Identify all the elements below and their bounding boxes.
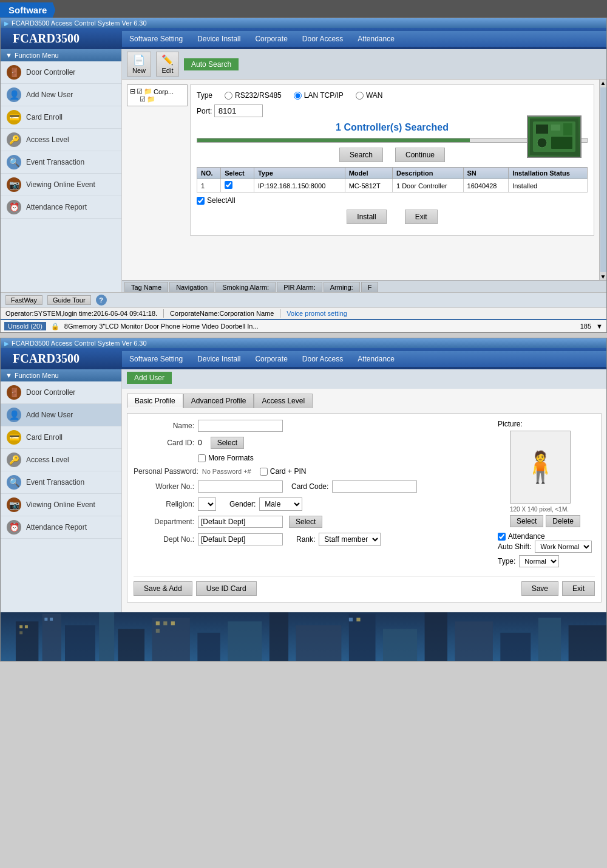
more-formats-checkbox-label[interactable]: More Formats (198, 454, 254, 462)
dept-select-button[interactable]: Select (289, 516, 322, 528)
card-pin-checkbox[interactable] (260, 468, 268, 476)
scroll-thumb[interactable] (600, 87, 606, 272)
lan-radio-label[interactable]: LAN TCP/IP (294, 91, 344, 100)
sidebar2-item-event-transaction[interactable]: 🔍 Event Transaction (1, 471, 121, 494)
lan-label: LAN TCP/IP (304, 91, 344, 100)
tab-navigation[interactable]: Navigation (169, 282, 214, 292)
scroll-down[interactable]: ▼ (600, 273, 606, 280)
dept-no-input[interactable] (198, 533, 283, 545)
exit-form-button[interactable]: Exit (562, 581, 595, 596)
nav-corporate[interactable]: Corporate (248, 31, 294, 47)
sidebar-item-add-new-user[interactable]: 👤 Add New User (1, 84, 121, 106)
nav2-device-install[interactable]: Device Install (190, 351, 248, 367)
sidebar-item-viewing-online-event[interactable]: 📷 Viewing Online Event (1, 174, 121, 196)
scrollbar-vertical[interactable]: ▲ ▼ (599, 80, 606, 280)
svg-rect-34 (349, 618, 353, 621)
window1-titlebar: ▶ FCARD3500 Access Control System Ver 6.… (1, 18, 606, 28)
rs232-radio[interactable] (225, 92, 232, 100)
svg-rect-35 (356, 618, 360, 621)
tab-pir-alarm[interactable]: PIR Alarm: (277, 282, 322, 292)
picture-size-label: 120 X 140 pixel, <1M. (510, 506, 595, 513)
checkbox-corp[interactable]: ☑ (137, 87, 143, 95)
fastway-button[interactable]: FastWay (5, 295, 42, 305)
edit-button[interactable]: ✏️ Edit (156, 52, 179, 77)
ebay-scroll-arrow[interactable]: ▼ (596, 323, 603, 330)
guide-tour-button[interactable]: Guide Tour (47, 295, 91, 305)
sidebar-item-access-level[interactable]: 🔑 Access Level (1, 129, 121, 151)
save-add-button[interactable]: Save & Add (134, 581, 192, 596)
card-pin-label[interactable]: Card + PIN (260, 467, 307, 476)
nav2-door-access[interactable]: Door Access (295, 351, 350, 367)
nav2-attendance[interactable]: Attendance (350, 351, 402, 367)
sidebar2-item-access-level[interactable]: 🔑 Access Level (1, 449, 121, 471)
save-button[interactable]: Save (521, 581, 558, 596)
tab-access-level[interactable]: Access Level (254, 394, 313, 408)
tab-more[interactable]: F (361, 282, 379, 292)
help-button[interactable]: ? (96, 295, 107, 306)
card-code-input[interactable] (332, 480, 417, 493)
sidebar2-item-viewing-online-event[interactable]: 📷 Viewing Online Event (1, 494, 121, 516)
religion-select[interactable] (198, 497, 216, 511)
pcb-image (527, 115, 582, 158)
tab-tag-name[interactable]: Tag Name (124, 282, 168, 292)
nav-door-access[interactable]: Door Access (295, 31, 350, 47)
sidebar-item-card-enroll[interactable]: 💳 Card Enroll (1, 106, 121, 129)
card-id-select-button[interactable]: Select (211, 437, 244, 449)
wan-radio-label[interactable]: WAN (356, 91, 383, 100)
scroll-up[interactable]: ▲ (600, 80, 606, 86)
checkbox-sub[interactable]: ☑ (140, 95, 146, 103)
department-input[interactable] (198, 516, 283, 528)
type-select[interactable]: Normal (519, 555, 559, 567)
tab-advanced-profile[interactable]: Advanced Profile (183, 394, 254, 408)
add-user-tab[interactable]: Add User (127, 372, 172, 384)
use-id-card-button[interactable]: Use ID Card (196, 581, 257, 596)
install-button[interactable]: Install (347, 210, 386, 224)
more-formats-checkbox[interactable] (198, 454, 206, 462)
auto-search-tab[interactable]: Auto Search (184, 58, 239, 70)
attendance-checkbox-label[interactable]: Attendance (498, 532, 595, 541)
auto-shift-select[interactable]: Work Normal (535, 541, 592, 553)
sidebar-item-attendance-report[interactable]: ⏰ Attendance Report (1, 196, 121, 219)
rs232-radio-label[interactable]: RS232/RS485 (225, 91, 282, 100)
select-picture-button[interactable]: Select (510, 515, 543, 527)
tree-item-corp[interactable]: ⊟ ☑ 📁 Corp... (130, 87, 185, 95)
cell-select[interactable] (221, 179, 254, 193)
delete-picture-button[interactable]: Delete (546, 515, 580, 527)
attendance-checkbox[interactable] (498, 533, 506, 541)
tree-item-sub[interactable]: ☑ 📁 (140, 95, 185, 103)
sidebar2-item-attendance-report[interactable]: ⏰ Attendance Report (1, 516, 121, 539)
name-input[interactable] (198, 420, 283, 432)
search-button[interactable]: Search (339, 148, 383, 162)
select-all-checkbox[interactable] (197, 197, 205, 205)
tab-smoking-alarm[interactable]: Smoking Alarm: (215, 282, 276, 292)
sidebar2-item-card-enroll[interactable]: 💳 Card Enroll (1, 426, 121, 449)
tab-arming[interactable]: Arming: (324, 282, 360, 292)
worker-no-input[interactable] (198, 480, 283, 493)
ebay-tag[interactable]: Unsold (20) (4, 322, 46, 330)
nav-software-setting[interactable]: Software Setting (122, 31, 190, 47)
window1-toolbar: 📄 New ✏️ Edit Auto Search (122, 49, 606, 80)
sidebar-item-door-controller[interactable]: 🚪 Door Controller (1, 61, 121, 84)
door-controller-icon: 🚪 (7, 65, 21, 80)
bottom-tab-bar: Tag Name Navigation Smoking Alarm: PIR A… (122, 280, 606, 292)
sidebar2-item-add-new-user[interactable]: 👤 Add New User (1, 404, 121, 426)
row-checkbox[interactable] (225, 181, 232, 189)
sidebar-item-event-transaction[interactable]: 🔍 Event Transaction (1, 151, 121, 174)
nav2-corporate[interactable]: Corporate (248, 351, 294, 367)
tab-basic-profile[interactable]: Basic Profile (127, 394, 183, 408)
nav2-software-setting[interactable]: Software Setting (122, 351, 190, 367)
continue-button[interactable]: Continue (395, 148, 445, 162)
sidebar2-item-door-controller[interactable]: 🚪 Door Controller (1, 381, 121, 404)
exit-button[interactable]: Exit (405, 210, 438, 224)
rank-select[interactable]: Staff member (319, 533, 381, 546)
sidebar-viewing-online-event-label: Viewing Online Event (26, 180, 95, 189)
port-input[interactable] (214, 104, 263, 117)
gender-select[interactable]: Male Female (259, 497, 302, 511)
wan-radio[interactable] (356, 92, 364, 100)
new-button[interactable]: 📄 New (127, 52, 151, 77)
nav-attendance[interactable]: Attendance (350, 31, 402, 47)
type-row: Type RS232/RS485 LAN TCP/IP (197, 91, 588, 100)
lan-radio[interactable] (294, 92, 302, 100)
nav-device-install[interactable]: Device Install (190, 31, 248, 47)
status-voice[interactable]: Voice promot setting (287, 310, 347, 317)
